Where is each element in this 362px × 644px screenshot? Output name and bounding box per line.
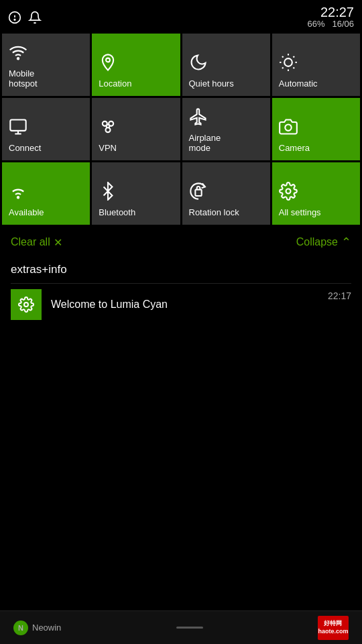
bluetooth-icon — [99, 182, 117, 203]
tile-location-label: Location — [99, 78, 131, 89]
clock: 22:27 — [320, 5, 354, 19]
tile-available-label: Available — [9, 207, 44, 218]
collapse-icon: ⌃ — [341, 235, 351, 250]
tile-quiet-hours[interactable]: Quiet hours — [182, 34, 270, 96]
svg-line-12 — [282, 68, 284, 69]
tile-rotation-lock-label: Rotation lock — [189, 207, 239, 218]
tile-bluetooth[interactable]: Bluetooth — [92, 162, 180, 225]
all-settings-icon — [279, 182, 298, 203]
collapse-label: Collapse — [296, 236, 338, 248]
tile-vpn-label: VPN — [99, 143, 117, 154]
home-button[interactable] — [176, 627, 203, 629]
svg-point-3 — [17, 58, 19, 59]
tile-airplane-mode[interactable]: Airplanemode — [182, 98, 270, 160]
tile-location[interactable]: Location — [92, 34, 180, 96]
notification-content: Welcome to Lumia Cyan — [51, 299, 318, 311]
status-right: 22:27 66% 16/06 — [308, 5, 354, 29]
automatic-icon — [279, 53, 298, 74]
svg-point-26 — [286, 189, 290, 194]
vpn-icon — [99, 117, 117, 139]
available-icon — [9, 182, 27, 203]
battery-info: 66% 16/06 — [308, 19, 354, 29]
neowin-logo-icon: N — [13, 621, 28, 635]
connect-icon — [9, 117, 27, 139]
alert-icon — [8, 11, 21, 24]
notify-icon — [28, 11, 42, 24]
bottom-bar: N Neowin 好特网haote.com — [0, 610, 362, 644]
neowin-brand: N Neowin — [13, 621, 61, 635]
svg-rect-25 — [195, 190, 201, 196]
tile-connect-label: Connect — [9, 143, 41, 154]
app-name: extras+info — [11, 263, 351, 276]
svg-line-13 — [293, 56, 294, 58]
tile-bluetooth-label: Bluetooth — [99, 207, 135, 218]
quiet-hours-icon — [189, 53, 208, 74]
notification-time: 22:17 — [328, 289, 351, 301]
notification-app-icon — [11, 289, 42, 320]
svg-point-2 — [14, 19, 15, 20]
clear-all-icon: ✕ — [54, 236, 62, 249]
neowin-label: Neowin — [32, 623, 61, 633]
svg-point-19 — [106, 128, 111, 133]
svg-point-18 — [109, 121, 113, 126]
notification-item[interactable]: Welcome to Lumia Cyan 22:17 — [11, 283, 351, 325]
svg-point-4 — [106, 58, 110, 62]
tile-quiet-hours-label: Quiet hours — [189, 78, 234, 89]
svg-point-23 — [285, 125, 291, 131]
tile-automatic[interactable]: Automatic — [272, 34, 360, 96]
tile-airplane-mode-label: Airplanemode — [189, 133, 221, 154]
haote-badge: 好特网haote.com — [318, 616, 349, 640]
notification-title: Welcome to Lumia Cyan — [51, 299, 318, 311]
svg-point-27 — [24, 303, 28, 307]
tile-connect[interactable]: Connect — [2, 98, 90, 160]
tile-mobile-hotspot[interactable]: Mobilehotspot — [2, 34, 90, 96]
tile-vpn[interactable]: VPN — [92, 98, 180, 160]
airplane-mode-icon — [189, 107, 208, 129]
svg-line-8 — [282, 56, 284, 58]
notifications-section: extras+info Welcome to Lumia Cyan 22:17 — [0, 256, 362, 325]
tile-rotation-lock[interactable]: Rotation lock — [182, 162, 270, 225]
clear-all-label: Clear all — [11, 236, 50, 248]
tile-automatic-label: Automatic — [279, 78, 318, 89]
svg-point-17 — [103, 121, 107, 126]
svg-point-24 — [17, 197, 19, 199]
mobile-hotspot-icon — [9, 43, 27, 64]
tile-all-settings[interactable]: All settings — [272, 162, 360, 225]
svg-rect-14 — [10, 120, 25, 131]
action-bar: Clear all ✕ Collapse ⌃ — [0, 228, 362, 256]
tile-camera[interactable]: Camera — [272, 98, 360, 160]
collapse-button[interactable]: Collapse ⌃ — [296, 235, 351, 250]
location-icon — [99, 53, 117, 74]
svg-line-9 — [293, 68, 294, 69]
rotation-lock-icon — [189, 182, 208, 203]
tile-available[interactable]: Available — [2, 162, 90, 225]
tile-camera-label: Camera — [279, 143, 310, 154]
tile-mobile-hotspot-label: Mobilehotspot — [9, 68, 38, 89]
svg-point-5 — [284, 59, 292, 67]
status-icons — [8, 11, 42, 24]
clear-all-button[interactable]: Clear all ✕ — [11, 236, 62, 249]
tile-all-settings-label: All settings — [279, 207, 321, 218]
quick-tiles: Mobilehotspot Location Quiet hours Autom… — [0, 32, 362, 227]
status-bar: 22:27 66% 16/06 — [0, 0, 362, 32]
camera-icon — [279, 117, 298, 139]
